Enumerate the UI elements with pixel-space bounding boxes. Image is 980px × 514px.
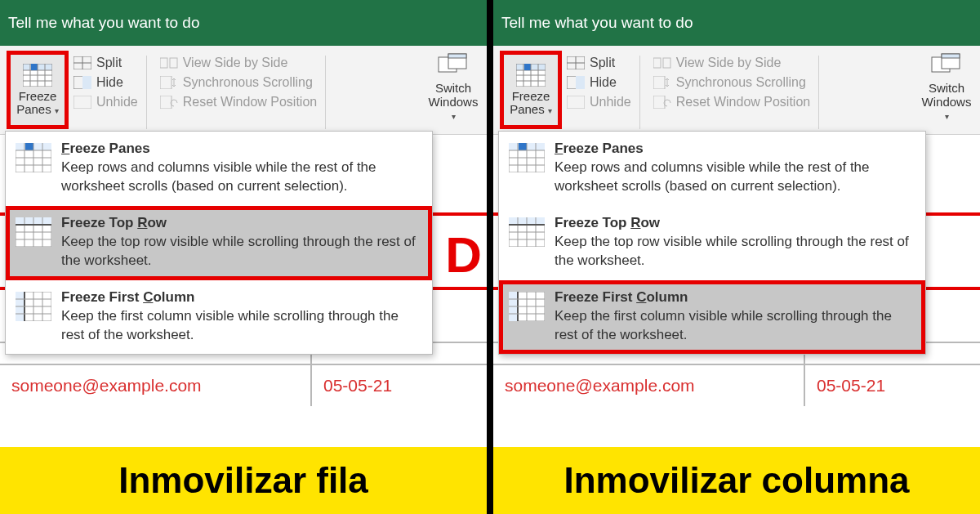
dropdown-arrow-icon: ▾ xyxy=(55,106,59,115)
sync-scroll-button: Synchronous Scrolling xyxy=(160,75,318,90)
tell-me-text: Tell me what you want to do xyxy=(501,14,693,32)
dropdown-arrow-icon: ▾ xyxy=(452,112,456,121)
split-icon xyxy=(567,56,585,69)
sync-scroll-button: Synchronous Scrolling xyxy=(653,75,811,90)
sync-scroll-icon xyxy=(653,76,671,89)
unhide-icon xyxy=(74,96,91,109)
unhide-button: Unhide xyxy=(567,95,631,110)
table-row: someone@example.com 05-05-21 xyxy=(0,364,487,406)
view-side-by-side-button: View Side by Side xyxy=(653,56,811,70)
freeze-top-row-icon xyxy=(509,217,545,247)
svg-rect-20 xyxy=(448,54,466,58)
ribbon-separator-2 xyxy=(325,56,326,129)
freeze-panes-icon xyxy=(16,143,51,172)
split-icon xyxy=(74,56,91,69)
svg-rect-63 xyxy=(653,96,665,109)
view-side-by-side-button: View Side by Side xyxy=(160,56,318,70)
freeze-first-column-icon xyxy=(16,292,51,321)
freeze-panes-button[interactable]: FreezePanes ▾ xyxy=(500,51,562,129)
svg-rect-17 xyxy=(160,96,172,109)
hide-button[interactable]: Hide xyxy=(567,75,631,90)
svg-rect-23 xyxy=(25,143,33,150)
switch-windows-icon xyxy=(930,52,963,78)
svg-rect-13 xyxy=(74,96,91,109)
tell-me-bar[interactable]: Tell me what you want to do xyxy=(493,0,980,46)
svg-rect-15 xyxy=(170,58,177,68)
caption-right: Inmovilizar columna xyxy=(493,447,980,514)
svg-rect-48 xyxy=(524,64,531,70)
freeze-first-column-icon xyxy=(509,292,545,321)
svg-rect-58 xyxy=(576,76,585,89)
sync-scroll-icon xyxy=(160,76,178,89)
window-small-group: Split Hide Unhide xyxy=(567,51,631,110)
freeze-line2: Panes xyxy=(16,102,51,116)
svg-rect-12 xyxy=(82,76,91,89)
menu-freeze-first-column[interactable]: Freeze First Column Keep the first colum… xyxy=(499,280,925,355)
svg-rect-60 xyxy=(653,58,661,68)
ribbon-edge xyxy=(0,51,7,140)
svg-rect-66 xyxy=(942,54,960,58)
dropdown-arrow-icon: ▾ xyxy=(945,112,949,121)
split-button[interactable]: Split xyxy=(567,56,631,70)
ribbon-view: FreezePanes ▾ Split Hide Unhide xyxy=(0,46,487,135)
caption-left: Inmovilizar fila xyxy=(0,447,487,514)
email-cell[interactable]: someone@example.com xyxy=(0,376,310,396)
panel-freeze-row: Tell me what you want to do FreezePanes … xyxy=(0,0,487,514)
menu-freeze-panes[interactable]: Freeze Panes Keep rows and columns visib… xyxy=(6,132,432,206)
menu-freeze-panes[interactable]: Freeze Panes Keep rows and columns visib… xyxy=(499,132,925,206)
hide-icon xyxy=(74,76,91,89)
unhide-button: Unhide xyxy=(74,95,138,110)
switch-windows-button[interactable]: SwitchWindows ▾ xyxy=(425,51,482,123)
freeze-panes-menu: Freeze Panes Keep rows and columns visib… xyxy=(498,131,926,355)
svg-rect-59 xyxy=(567,96,585,109)
panel-divider xyxy=(487,0,493,514)
date-cell[interactable]: 05-05-21 xyxy=(804,365,918,406)
hide-button[interactable]: Hide xyxy=(74,75,138,90)
freeze-panes-icon xyxy=(516,64,546,87)
split-button[interactable]: Split xyxy=(74,56,138,70)
switch-windows-button[interactable]: SwitchWindows ▾ xyxy=(918,51,975,123)
menu-freeze-top-row[interactable]: Freeze Top Row Keep the top row visible … xyxy=(6,206,432,280)
panel-freeze-column: Tell me what you want to do FreezePanes … xyxy=(493,0,980,514)
tell-me-text: Tell me what you want to do xyxy=(8,14,199,32)
freeze-panes-icon xyxy=(23,64,52,87)
freeze-panes-button[interactable]: FreezePanes ▾ xyxy=(7,51,69,129)
date-cell[interactable]: 05-05-21 xyxy=(310,365,425,406)
menu-freeze-first-column[interactable]: Freeze First Column Keep the first colum… xyxy=(6,280,432,355)
menu-freeze-top-row[interactable]: Freeze Top Row Keep the top row visible … xyxy=(499,206,925,280)
reset-window-button: Reset Window Position xyxy=(160,95,318,110)
compare-group: View Side by Side Synchronous Scrolling … xyxy=(653,51,811,110)
svg-rect-62 xyxy=(653,76,665,89)
svg-rect-14 xyxy=(160,58,167,68)
ribbon-edge xyxy=(493,51,500,140)
svg-rect-2 xyxy=(31,64,38,70)
svg-rect-69 xyxy=(519,143,527,150)
svg-rect-16 xyxy=(160,76,172,89)
reset-window-icon xyxy=(653,96,671,109)
table-row: someone@example.com 05-05-21 xyxy=(493,364,980,406)
ribbon-separator xyxy=(639,56,640,129)
reset-window-icon xyxy=(160,96,178,109)
unhide-icon xyxy=(567,96,585,109)
compare-group: View Side by Side Synchronous Scrolling … xyxy=(160,51,318,110)
ribbon-separator xyxy=(146,56,147,129)
side-by-side-icon xyxy=(653,56,671,69)
ribbon-view: FreezePanes ▾ Split Hide Unhide xyxy=(493,46,980,135)
window-small-group: Split Hide Unhide xyxy=(74,51,138,110)
svg-rect-61 xyxy=(663,58,670,68)
ribbon-separator-2 xyxy=(818,56,819,129)
freeze-panes-menu: Freeze Panes Keep rows and columns visib… xyxy=(5,131,433,355)
email-cell[interactable]: someone@example.com xyxy=(493,376,804,396)
freeze-panes-icon xyxy=(509,143,545,172)
tell-me-bar[interactable]: Tell me what you want to do xyxy=(0,0,487,46)
reset-window-button: Reset Window Position xyxy=(653,95,811,110)
sheet-header-letter: D xyxy=(445,226,482,284)
side-by-side-icon xyxy=(160,56,178,69)
freeze-line1: Freeze xyxy=(19,89,57,103)
hide-icon xyxy=(567,76,585,89)
freeze-top-row-icon xyxy=(16,217,51,247)
dropdown-arrow-icon: ▾ xyxy=(548,106,552,115)
switch-windows-icon xyxy=(437,52,470,78)
